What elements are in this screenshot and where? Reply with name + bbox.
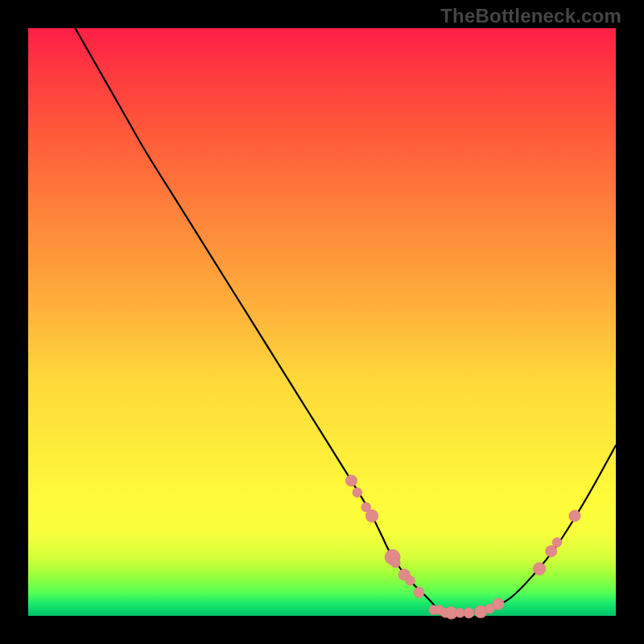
gradient-plot-area <box>28 28 616 616</box>
chart-frame: TheBottleneck.com <box>0 0 644 644</box>
watermark-text: TheBottleneck.com <box>440 5 621 27</box>
